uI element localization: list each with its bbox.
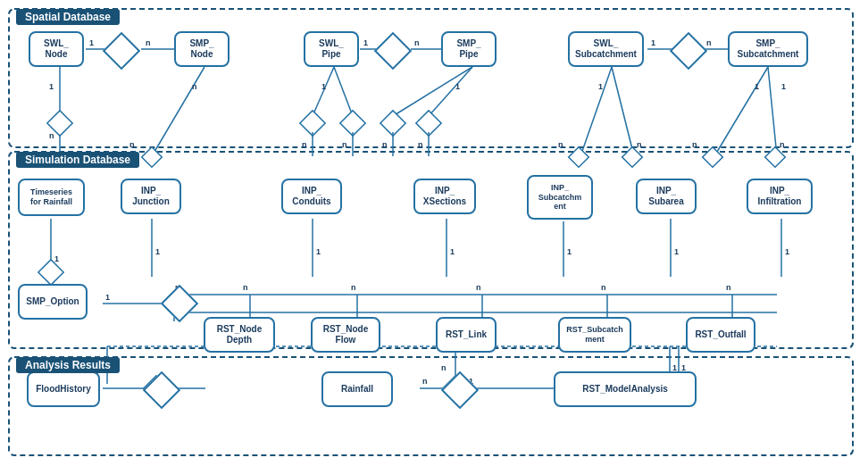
svg-rect-33 — [380, 111, 405, 136]
spatial-db-label: Spatial Database — [16, 9, 120, 25]
diamond-smpoption — [161, 285, 198, 322]
svg-text:n: n — [692, 140, 697, 149]
svg-text:n: n — [49, 131, 54, 140]
svg-line-31 — [393, 67, 472, 116]
svg-text:1: 1 — [651, 38, 655, 47]
svg-text:1: 1 — [598, 82, 603, 91]
svg-text:1: 1 — [785, 247, 789, 256]
entity-smp-subcatchment: SMP_Subcatchment — [728, 31, 808, 67]
svg-rect-26 — [340, 111, 365, 136]
entity-smp-node: SMP_Node — [174, 31, 230, 67]
svg-text:1: 1 — [89, 38, 94, 47]
entity-rst-nodeflow: RST_NodeFlow — [311, 317, 380, 353]
svg-rect-21 — [142, 147, 163, 168]
svg-text:1: 1 — [674, 247, 679, 256]
svg-line-41 — [580, 67, 612, 156]
entity-rst-outfall: RST_Outfall — [686, 317, 755, 353]
entity-rst-subcatchment: RST_Subcatchment — [558, 317, 631, 353]
svg-text:n: n — [476, 283, 481, 292]
svg-text:n: n — [441, 363, 447, 372]
svg-text:n: n — [382, 140, 388, 149]
svg-rect-25 — [300, 111, 325, 136]
entity-inp-conduits: INP_Conduits — [281, 179, 342, 214]
diamond-rainfall-model — [441, 371, 479, 409]
svg-text:1: 1 — [316, 247, 321, 256]
svg-text:n: n — [637, 140, 642, 149]
entity-swl-node: SWL_Node — [29, 31, 84, 67]
entity-swl-subcatchment: SWL_Subcatchment — [568, 31, 644, 67]
svg-line-19 — [152, 67, 204, 156]
entity-rainfall: Rainfall — [321, 371, 393, 407]
svg-text:n: n — [342, 140, 347, 149]
svg-text:n: n — [601, 283, 606, 292]
svg-text:n: n — [706, 38, 712, 47]
diamond-analysis-1 — [143, 371, 180, 409]
svg-rect-53 — [765, 147, 786, 168]
svg-text:1: 1 — [54, 254, 59, 263]
diamond-swlnode-smpnode — [103, 32, 140, 70]
svg-line-45 — [612, 67, 634, 156]
svg-text:n: n — [243, 283, 248, 292]
svg-text:n: n — [414, 38, 420, 47]
svg-text:n: n — [192, 82, 197, 91]
svg-text:1: 1 — [105, 293, 110, 302]
svg-text:n: n — [302, 140, 307, 149]
svg-text:n: n — [351, 283, 356, 292]
diamond-swlpipe-smppipe — [374, 32, 412, 70]
svg-rect-46 — [622, 147, 643, 168]
svg-text:1: 1 — [755, 82, 759, 91]
svg-text:1: 1 — [450, 247, 455, 256]
svg-text:n: n — [146, 38, 151, 47]
entity-inp-xsections: INP_XSections — [413, 179, 476, 214]
entity-rst-link: RST_Link — [436, 317, 497, 353]
svg-text:1: 1 — [781, 82, 786, 91]
entity-rst-modelanalysis: RST_ModelAnalysis — [554, 371, 697, 407]
svg-text:n: n — [418, 140, 423, 149]
svg-text:n: n — [726, 283, 731, 292]
entity-inp-junction: INP_Junction — [121, 179, 181, 214]
entity-timeseries: Timeseriesfor Rainfall — [18, 179, 85, 216]
simulation-db-label: Simulation Database — [16, 152, 139, 168]
svg-text:n: n — [780, 140, 785, 149]
entity-swl-pipe: SWL_Pipe — [304, 31, 359, 67]
svg-text:1: 1 — [455, 82, 460, 91]
svg-text:1: 1 — [321, 82, 326, 91]
svg-text:n: n — [129, 140, 135, 149]
analysis-results-label: Analysis Results — [16, 357, 120, 373]
entity-smp-pipe: SMP_Pipe — [441, 31, 497, 67]
svg-text:1: 1 — [155, 247, 160, 256]
entity-inp-subcatchment: INP_Subcatchment — [527, 175, 593, 220]
svg-text:1: 1 — [363, 38, 368, 47]
svg-line-48 — [714, 67, 768, 156]
svg-rect-0 — [9, 9, 853, 147]
svg-rect-49 — [703, 147, 723, 168]
svg-text:1: 1 — [567, 247, 572, 256]
entity-rst-nodedepth: RST_NodeDepth — [204, 317, 275, 353]
svg-text:1: 1 — [49, 82, 54, 91]
svg-line-24 — [334, 67, 353, 116]
diamond-swlsub-smpsub — [670, 32, 707, 70]
svg-line-32 — [429, 67, 472, 116]
entity-smp-option: SMP_Option — [18, 284, 88, 320]
svg-rect-2 — [9, 357, 853, 455]
svg-rect-17 — [47, 111, 72, 136]
diagram-lines: 1 n 1 n 1 n n 1 n n n n — [0, 0, 868, 466]
svg-text:n: n — [422, 377, 428, 386]
svg-line-23 — [313, 67, 334, 116]
svg-text:n: n — [558, 140, 563, 149]
main-container: 1 n 1 n 1 n n 1 n n n n — [0, 0, 868, 466]
svg-line-52 — [768, 67, 777, 156]
svg-rect-42 — [569, 147, 589, 168]
entity-inp-infiltration: INP_Infiltration — [747, 179, 813, 214]
svg-rect-57 — [38, 260, 63, 285]
svg-rect-34 — [416, 111, 441, 136]
entity-inp-subarea: INP_Subarea — [636, 179, 697, 214]
entity-floodhistory: FloodHistory — [27, 371, 100, 407]
